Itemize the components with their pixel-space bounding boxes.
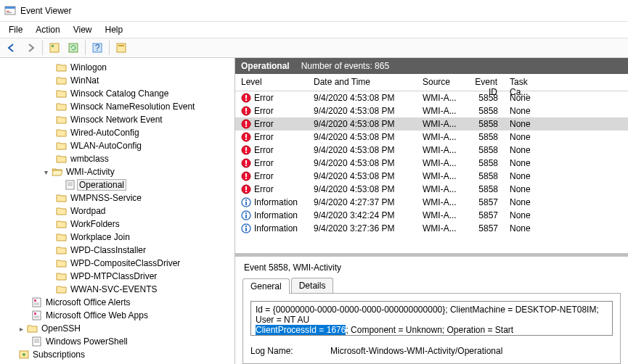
event-description[interactable]: Id = {00000000-0000-0000-0000-0000000000… [250, 301, 613, 336]
folder-icon [30, 336, 44, 347]
tree-item[interactable]: WinNat [0, 74, 235, 87]
tree-item[interactable]: Workplace Join [0, 231, 235, 244]
error-icon [241, 132, 251, 142]
tree-item[interactable]: WMPNSS-Service [0, 191, 235, 204]
svg-rect-39 [245, 134, 247, 138]
folder-icon [55, 219, 68, 229]
svg-rect-52 [245, 191, 247, 192]
event-row[interactable]: Error 9/4/2020 4:53:08 PM WMI-A... 5858 … [235, 157, 628, 170]
event-row[interactable]: Information 9/4/2020 3:27:36 PM WMI-A...… [235, 222, 628, 235]
svg-rect-15 [33, 298, 41, 307]
tree-item[interactable]: WLAN-AutoConfig [0, 139, 235, 152]
folder-icon [55, 141, 68, 151]
tree-item[interactable]: Microsoft Office Alerts [0, 296, 235, 309]
folder-icon [55, 115, 68, 125]
tree-item-powershell[interactable]: Windows PowerShell [0, 335, 235, 348]
svg-rect-11 [66, 181, 74, 189]
show-tree-button[interactable] [46, 39, 63, 57]
toolbar-separator [42, 41, 43, 55]
grid-header[interactable]: Level Date and Time Source Event ID Task… [235, 74, 628, 91]
event-count: Number of events: 865 [301, 61, 389, 71]
event-row[interactable]: Error 9/4/2020 4:53:08 PM WMI-A... 5858 … [235, 91, 628, 104]
svg-rect-19 [33, 311, 41, 320]
svg-rect-3 [7, 12, 12, 13]
tree-item[interactable]: WPD-MTPClassDriver [0, 270, 235, 283]
svg-rect-60 [245, 228, 247, 231]
event-row[interactable]: Error 9/4/2020 4:53:08 PM WMI-A... 5858 … [235, 117, 628, 131]
svg-rect-51 [245, 186, 247, 190]
log-name: Operational [241, 61, 290, 71]
app-icon [4, 5, 16, 17]
info-icon [241, 223, 251, 233]
event-row[interactable]: Error 9/4/2020 4:53:08 PM WMI-A... 5858 … [235, 170, 628, 183]
folder-icon [55, 206, 68, 216]
col-date[interactable]: Date and Time [308, 74, 417, 91]
error-icon [241, 171, 251, 181]
tree-item-wmi[interactable]: ▾WMI-Activity [0, 165, 235, 178]
tree-item[interactable]: WWAN-SVC-EVENTS [0, 283, 235, 296]
back-button[interactable] [3, 39, 20, 57]
caret-icon: ▸ [16, 325, 26, 333]
folder-icon [26, 323, 39, 334]
tab-details[interactable]: Details [291, 278, 334, 293]
tree-item[interactable]: WorkFolders [0, 218, 235, 231]
event-row[interactable]: Error 9/4/2020 4:53:08 PM WMI-A... 5858 … [235, 104, 628, 117]
tree-item[interactable]: Winlogon [0, 61, 235, 74]
svg-rect-36 [245, 121, 247, 125]
tab-general[interactable]: General [242, 278, 290, 294]
event-row[interactable]: Error 9/4/2020 4:53:08 PM WMI-A... 5858 … [235, 144, 628, 157]
error-icon [241, 119, 251, 129]
menu-help[interactable]: Help [99, 23, 129, 36]
tree-item[interactable]: wmbclass [0, 152, 235, 165]
tree-item-subscriptions[interactable]: Subscriptions [0, 348, 235, 361]
svg-rect-31 [245, 99, 247, 101]
events-grid[interactable]: Level Date and Time Source Event ID Task… [235, 74, 628, 253]
tree-item[interactable]: Wired-AutoConfig [0, 126, 235, 139]
folder-icon [55, 284, 68, 294]
forward-button[interactable] [22, 39, 39, 57]
refresh-button[interactable] [65, 39, 82, 57]
tree-item[interactable]: WPD-CompositeClassDriver [0, 257, 235, 270]
menu-view[interactable]: View [68, 23, 98, 36]
event-row[interactable]: Error 9/4/2020 4:53:08 PM WMI-A... 5858 … [235, 183, 628, 196]
menu-action[interactable]: Action [30, 23, 65, 36]
svg-rect-2 [7, 11, 9, 12]
folder-icon [30, 310, 44, 320]
tree-item-openssh[interactable]: ▸OpenSSH [0, 322, 235, 335]
tree-item[interactable]: Winsock NameResolution Event [0, 100, 235, 113]
error-icon [241, 158, 251, 168]
info-icon [241, 210, 251, 220]
col-task[interactable]: Task Ca... [504, 74, 555, 91]
titlebar: Event Viewer [0, 0, 628, 22]
col-source[interactable]: Source [417, 74, 460, 91]
tree-pane[interactable]: WinlogonWinNatWinsock Catalog ChangeWins… [0, 58, 235, 364]
events-header: Operational Number of events: 865 [235, 58, 628, 74]
caret-icon: ▾ [41, 168, 51, 176]
tree-item[interactable]: WPD-ClassInstaller [0, 244, 235, 257]
tree-item[interactable]: Winsock Network Event [0, 113, 235, 126]
col-event-id[interactable]: Event ID [460, 74, 504, 91]
event-row[interactable]: Error 9/4/2020 4:53:08 PM WMI-A... 5858 … [235, 131, 628, 144]
event-row[interactable]: Information 9/4/2020 4:27:37 PM WMI-A...… [235, 196, 628, 209]
folder-icon [17, 349, 30, 360]
event-row[interactable]: Information 9/4/2020 3:42:24 PM WMI-A...… [235, 209, 628, 222]
svg-rect-9 [117, 44, 126, 52]
tree-item[interactable]: Winsock Catalog Change [0, 87, 235, 100]
folder-icon [55, 258, 68, 268]
tree-item[interactable]: Wordpad [0, 204, 235, 218]
properties-button[interactable] [113, 39, 130, 57]
col-level[interactable]: Level [235, 74, 308, 91]
svg-rect-20 [34, 313, 36, 315]
tree-item[interactable]: Microsoft Office Web Apps [0, 309, 235, 322]
svg-rect-37 [245, 125, 247, 127]
menu-file[interactable]: File [3, 23, 28, 36]
svg-rect-23 [33, 337, 41, 346]
detail-title: Event 5858, WMI-Activity [242, 261, 621, 277]
svg-rect-30 [245, 95, 247, 99]
help-button[interactable]: ? [89, 39, 106, 57]
folder-icon [55, 88, 68, 99]
folder-icon [55, 128, 68, 138]
tree-item-operational[interactable]: Operational [0, 178, 235, 191]
field-log-name: Log Name: Microsoft-Windows-WMI-Activity… [250, 346, 613, 356]
svg-rect-42 [245, 147, 247, 151]
